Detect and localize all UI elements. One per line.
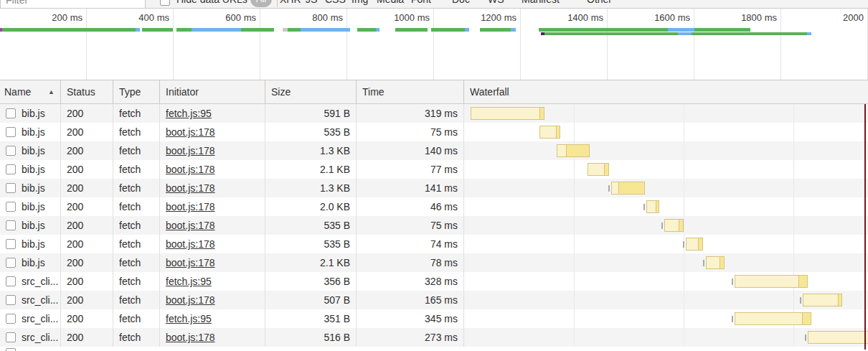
initiator-link[interactable]: boot.js:178 — [166, 164, 215, 175]
row-checkbox[interactable] — [6, 220, 16, 230]
column-header-label: Status — [67, 86, 95, 98]
initiator-link[interactable]: boot.js:178 — [166, 182, 215, 194]
filter-input[interactable]: Filter — [0, 0, 146, 9]
time-cell: 140 ms — [357, 141, 464, 160]
table-row[interactable]: src_cli...200fetchfetch.js:95351 B345 ms — [0, 309, 868, 328]
waterfall-gridline — [574, 328, 575, 347]
filter-type-font[interactable]: Font — [411, 0, 431, 9]
waterfall-gridline — [793, 216, 794, 235]
overview-activity-bar — [395, 28, 428, 32]
load-event-line — [864, 104, 866, 350]
request-name: bib.js — [22, 141, 45, 160]
type-cell: fetch — [113, 104, 160, 123]
column-header-status[interactable]: Status — [61, 80, 113, 103]
row-checkbox[interactable] — [6, 239, 16, 249]
row-checkbox[interactable] — [6, 164, 16, 174]
initiator-link[interactable]: boot.js:178 — [166, 332, 215, 343]
table-row[interactable]: bib.js200fetchboot.js:178535 B74 ms — [0, 235, 868, 253]
size-cell: 516 B — [265, 328, 357, 347]
filter-type-js[interactable]: JS — [306, 0, 317, 9]
row-checkbox[interactable] — [6, 183, 16, 193]
column-header-time[interactable]: Time — [357, 80, 464, 103]
column-header-name[interactable]: Name▲ — [0, 80, 61, 103]
filter-type-ws[interactable]: WS — [488, 0, 504, 9]
hide-data-urls-checkbox[interactable] — [160, 0, 170, 6]
table-row[interactable]: bib.js200fetchboot.js:1782.1 KB78 ms — [0, 253, 868, 272]
initiator-link[interactable]: boot.js:178 — [166, 145, 215, 156]
filter-type-manifest[interactable]: Manifest — [522, 0, 560, 9]
table-row-partial — [0, 347, 868, 350]
waterfall-gridline — [574, 160, 575, 179]
filter-type-xhr[interactable]: XHR — [280, 0, 301, 9]
table-row[interactable]: bib.js200fetchboot.js:178535 B75 ms — [0, 216, 868, 235]
waterfall-waiting-segment — [808, 332, 868, 343]
table-row[interactable]: bib.js200fetchboot.js:1781.3 KB141 ms — [0, 179, 868, 197]
row-checkbox[interactable] — [6, 146, 16, 156]
filter-type-img[interactable]: Img — [352, 0, 368, 9]
initiator-link[interactable]: boot.js:178 — [166, 257, 215, 268]
table-row[interactable]: src_cli...200fetchfetch.js:95356 B328 ms — [0, 272, 868, 291]
name-cell: bib.js — [0, 235, 61, 253]
status-cell: 200 — [61, 141, 113, 160]
column-header-type[interactable]: Type — [113, 80, 160, 103]
table-row[interactable]: bib.js200fetchboot.js:1781.3 KB140 ms — [0, 141, 868, 160]
row-checkbox[interactable] — [6, 276, 16, 286]
initiator-link[interactable]: boot.js:178 — [166, 238, 215, 250]
name-cell: bib.js — [0, 141, 61, 160]
overview-tick-label: 800 ms — [278, 12, 343, 24]
waterfall-gridline — [574, 235, 575, 253]
initiator-link[interactable]: fetch.js:95 — [166, 313, 212, 324]
column-header-size[interactable]: Size — [265, 80, 357, 103]
initiator-link[interactable]: boot.js:178 — [166, 294, 215, 306]
table-row[interactable]: bib.js200fetchboot.js:1782.1 KB77 ms — [0, 160, 868, 179]
column-header-initiator[interactable]: Initiator — [160, 80, 265, 103]
initiator-link[interactable]: fetch.js:95 — [166, 108, 212, 119]
row-checkbox[interactable] — [6, 258, 16, 268]
row-checkbox[interactable] — [6, 202, 16, 212]
waterfall-request-bar — [471, 107, 544, 120]
size-cell: 351 B — [265, 309, 357, 328]
waterfall-download-segment — [802, 313, 811, 324]
filter-type-doc[interactable]: Doc — [452, 0, 470, 9]
time-cell: 141 ms — [357, 179, 464, 197]
time-cell: 328 ms — [357, 272, 464, 291]
type-cell: fetch — [113, 291, 160, 309]
initiator-link[interactable]: boot.js:178 — [166, 201, 215, 212]
row-checkbox[interactable] — [6, 314, 16, 324]
filter-type-other[interactable]: Other — [587, 0, 612, 9]
type-cell: fetch — [113, 123, 160, 141]
row-checkbox[interactable] — [6, 295, 16, 305]
table-row[interactable]: bib.js200fetchfetch.js:95591 B319 ms — [0, 104, 868, 123]
network-overview-timeline[interactable]: 200 ms400 ms600 ms800 ms1000 ms1200 ms14… — [0, 9, 868, 80]
waterfall-request-bar — [686, 238, 703, 251]
column-header-label: Name — [4, 86, 31, 98]
initiator-cell: boot.js:178 — [160, 216, 265, 235]
overview-gridline — [86, 9, 87, 80]
filter-pill-all[interactable]: All — [250, 0, 272, 7]
request-name: bib.js — [22, 160, 45, 179]
waterfall-waiting-segment — [588, 164, 604, 175]
waterfall-gridline — [793, 160, 794, 179]
waterfall-download-segment — [838, 294, 841, 306]
column-header-waterfall[interactable]: Waterfall — [464, 80, 868, 103]
initiator-link[interactable]: boot.js:178 — [166, 220, 215, 231]
filter-type-media[interactable]: Media — [377, 0, 404, 9]
table-row[interactable]: bib.js200fetchboot.js:1782.0 KB46 ms — [0, 197, 868, 216]
initiator-link[interactable]: fetch.js:95 — [166, 276, 212, 287]
request-name: src_cli... — [22, 328, 58, 347]
table-row[interactable]: bib.js200fetchboot.js:178535 B75 ms — [0, 123, 868, 141]
filter-type-css[interactable]: CSS — [325, 0, 346, 9]
waterfall-gridline — [574, 253, 575, 272]
time-cell: 273 ms — [357, 328, 464, 347]
network-table-header: Name▲StatusTypeInitiatorSizeTimeWaterfal… — [0, 80, 868, 104]
row-checkbox[interactable] — [6, 127, 16, 137]
table-row[interactable]: src_cli...200fetchboot.js:178516 B273 ms — [0, 328, 868, 347]
table-row[interactable]: src_cli...200fetchboot.js:178507 B165 ms — [0, 291, 868, 309]
row-checkbox[interactable] — [6, 332, 16, 342]
overview-activity-bar — [136, 28, 140, 32]
initiator-link[interactable]: boot.js:178 — [166, 126, 215, 138]
row-checkbox[interactable] — [6, 108, 16, 118]
waterfall-request-bar — [735, 312, 811, 325]
hide-data-urls-label[interactable]: Hide data URLs — [176, 0, 247, 9]
request-name: src_cli... — [22, 309, 58, 328]
